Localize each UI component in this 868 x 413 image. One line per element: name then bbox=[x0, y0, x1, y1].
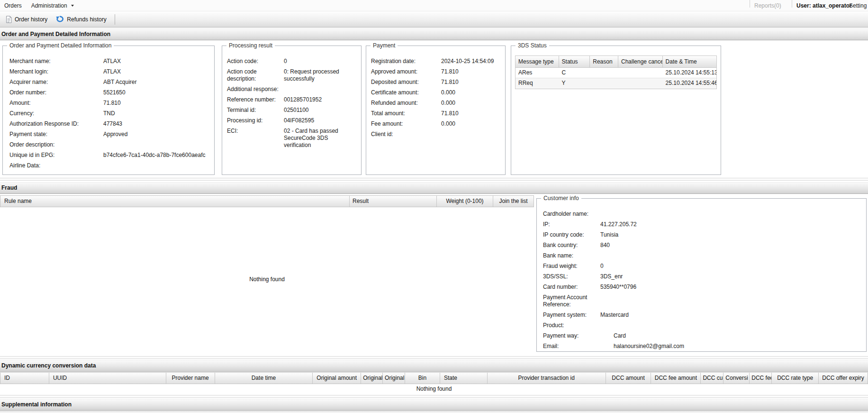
field-fraud-weight: Fraud weight:0 bbox=[537, 261, 866, 272]
menu-administration-label: Administration bbox=[31, 2, 67, 9]
field-label: Order number: bbox=[3, 89, 103, 96]
order-history-button[interactable]: Order history bbox=[1, 14, 52, 25]
column-header-provider-name: Provider name bbox=[166, 373, 215, 384]
field-bank-country: Bank country:840 bbox=[537, 240, 866, 251]
customer-info-panel: Customer info Cardholder name: IP:41.227… bbox=[536, 198, 867, 352]
field-value bbox=[103, 162, 208, 169]
column-header-join-the-list: Join the list bbox=[493, 196, 533, 207]
field-value: 71.810 bbox=[441, 68, 500, 75]
field-label: Total amount: bbox=[366, 110, 441, 117]
field-order-number: Order number:5521650 bbox=[3, 88, 214, 98]
field-label: Cardholder name: bbox=[537, 211, 600, 218]
menu-administration[interactable]: Administration bbox=[27, 0, 79, 11]
field-merchant-login: Merchant login:ATLAX bbox=[3, 67, 214, 77]
column-header-dcc-fee-amount: DCC fee amount bbox=[651, 373, 701, 384]
field-payment-system: Payment system:Mastercard bbox=[537, 310, 866, 321]
column-header-original-currency: Original c bbox=[383, 373, 405, 384]
field-value: 0 bbox=[284, 58, 356, 65]
cell-datetime: 25.10.2024 14:55:46 bbox=[663, 78, 716, 89]
column-header-dcc-offer-expiry: DCC offer expiry bbox=[819, 373, 868, 384]
field-label: Card number: bbox=[537, 284, 600, 291]
field-label: Approved amount: bbox=[366, 68, 441, 75]
field-value: b74cfce6-7ca1-40dc-a78b-7fce600aeafc bbox=[103, 152, 208, 159]
field-deposited-amount: Deposited amount:71.810 bbox=[366, 77, 505, 88]
section-header-fraud: Fraud bbox=[0, 182, 868, 194]
order-details-legend: Order and Payment Detailed Information bbox=[7, 42, 114, 49]
tds-status-legend: 3DS Status bbox=[515, 42, 549, 49]
field-label: ECI: bbox=[222, 128, 284, 149]
field-airline-data: Airline Data: bbox=[3, 161, 214, 171]
column-header-weight: Weight (0-100) bbox=[437, 196, 493, 207]
column-header-result: Result bbox=[350, 196, 437, 207]
cell-reason bbox=[590, 68, 618, 78]
field-label: Merchant login: bbox=[3, 68, 103, 75]
field-total-amount: Total amount:71.810 bbox=[366, 109, 505, 119]
field-label: Registration date: bbox=[366, 58, 441, 65]
field-value: 0.000 bbox=[441, 89, 500, 96]
field-registration-date: Registration date:2024-10-25 14:54:09 bbox=[366, 56, 505, 67]
toolbar-separator bbox=[115, 14, 115, 25]
field-card-number: Card number:535940**0796 bbox=[537, 282, 866, 293]
field-value: 71.810 bbox=[103, 100, 208, 107]
field-label: Email: bbox=[537, 343, 600, 350]
field-label: Authorization Response ID: bbox=[3, 120, 103, 128]
dcc-table-header: ID UUID Provider name Date time Original… bbox=[0, 372, 868, 384]
bottom-strip bbox=[0, 411, 868, 413]
field-value: TND bbox=[103, 110, 208, 117]
table-row: ARes C 25.10.2024 14:55:13 bbox=[515, 68, 716, 78]
field-acquirer-name: Acquirer name:ABT Acquirer bbox=[3, 77, 214, 88]
cell-status: Y bbox=[559, 78, 590, 89]
field-amount: Amount:71.810 bbox=[3, 98, 214, 109]
field-certificate-amount: Certificate amount:0.000 bbox=[366, 88, 505, 98]
column-header: Reason bbox=[590, 56, 618, 67]
section-header-dcc: Dynamic currency conversion data bbox=[0, 360, 868, 372]
menu-reports[interactable]: Reports(0) bbox=[754, 0, 781, 11]
field-email: Email:halanoursine02@gmail.com bbox=[537, 341, 866, 352]
field-fee-amount: Fee amount:0.000 bbox=[366, 119, 505, 129]
customer-info-fields: Cardholder name: IP:41.227.205.72 IP cou… bbox=[537, 209, 866, 352]
field-processing-id: Processing id:04IF082595 bbox=[222, 116, 361, 126]
field-label: Client id: bbox=[366, 131, 441, 138]
field-currency: Currency:TND bbox=[3, 109, 214, 119]
current-user-label: User: atlax_operator bbox=[796, 0, 852, 11]
field-label: Processing id: bbox=[222, 117, 284, 124]
fraud-empty-message: Nothing found bbox=[0, 276, 534, 283]
field-label: Refunded amount: bbox=[366, 100, 441, 107]
field-action-code: Action code:0 bbox=[222, 56, 361, 67]
field-client-id: Client id: bbox=[366, 129, 505, 140]
field-cardholder-name: Cardholder name: bbox=[537, 209, 866, 220]
column-header-dcc-fee: DCC fee bbox=[750, 373, 772, 384]
field-value: Tunisia bbox=[600, 231, 742, 239]
field-value: 04IF082595 bbox=[284, 117, 356, 124]
field-label: Payment system: bbox=[537, 312, 600, 319]
refunds-history-label: Refunds history bbox=[67, 16, 106, 23]
field-order-description: Order description: bbox=[3, 140, 214, 150]
section-divider bbox=[0, 178, 868, 181]
field-label: Action code: bbox=[222, 58, 284, 65]
order-details-panel: Order and Payment Detailed Information M… bbox=[2, 46, 215, 175]
section-header-order-payment: Order and Payment Detailed Information bbox=[0, 28, 868, 40]
field-label: IP: bbox=[537, 221, 600, 228]
field-ip: IP:41.227.205.72 bbox=[537, 220, 866, 230]
menu-settings[interactable]: Setting bbox=[849, 0, 868, 11]
field-value bbox=[600, 211, 742, 218]
field-value bbox=[441, 131, 500, 138]
field-unique-id-epg: Unique id in EPG:b74cfce6-7ca1-40dc-a78b… bbox=[3, 150, 214, 161]
cell-reason bbox=[590, 78, 618, 89]
column-header-dcc-amount: DCC amount bbox=[606, 373, 651, 384]
cell-status: C bbox=[559, 68, 590, 78]
field-label: Additional response: bbox=[222, 86, 284, 93]
field-value: 02501100 bbox=[284, 107, 356, 114]
field-value: 0 bbox=[600, 263, 742, 270]
field-value: 71.810 bbox=[441, 110, 500, 117]
section-header-supplemental: Supplemental information bbox=[0, 399, 868, 411]
field-action-code-description: Action code description:0: Request proce… bbox=[222, 67, 361, 84]
menu-orders[interactable]: Orders bbox=[0, 0, 27, 11]
field-label: Reference number: bbox=[222, 96, 284, 103]
field-ip-country-code: IP country code:Tunisia bbox=[537, 230, 866, 240]
refunds-history-button[interactable]: Refunds history bbox=[52, 14, 110, 25]
column-header: Date & Time bbox=[663, 56, 716, 67]
field-label: Terminal id: bbox=[222, 107, 284, 114]
field-value: 2024-10-25 14:54:09 bbox=[441, 58, 500, 65]
field-value: 3DS_enr bbox=[600, 273, 742, 280]
